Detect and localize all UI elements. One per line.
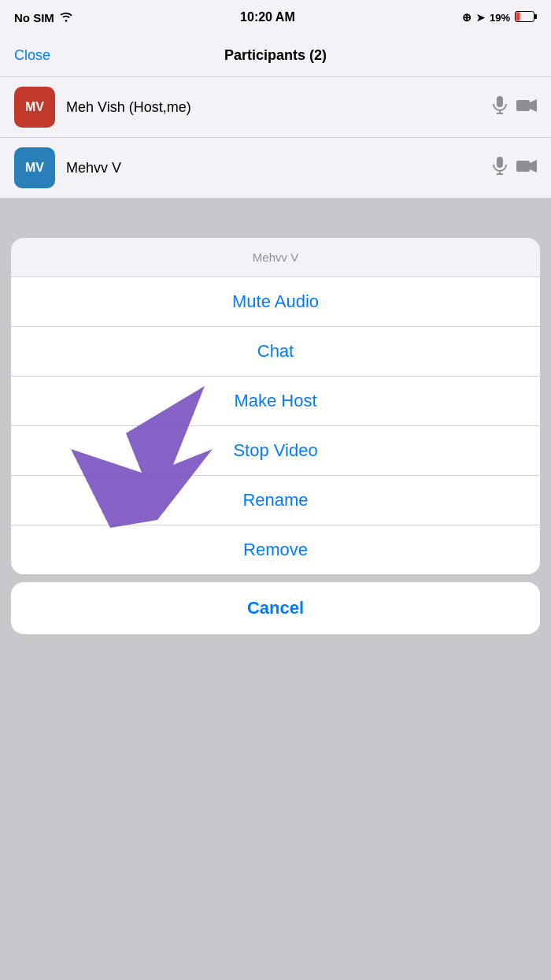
navigation-icon: ➤ <box>476 12 485 24</box>
location-icon: ⊕ <box>462 11 471 24</box>
battery-icon <box>515 11 537 24</box>
mic-icon-1 <box>493 96 507 119</box>
action-sheet-container: Mehvv V Mute Audio Chat Make Host Stop V… <box>0 238 551 645</box>
svg-marker-7 <box>530 99 537 112</box>
svg-marker-12 <box>530 160 537 173</box>
svg-rect-11 <box>516 161 530 172</box>
battery-percentage: 19% <box>490 12 510 24</box>
nav-bar: Close Participants (2) <box>0 35 551 77</box>
cancel-sheet: Cancel <box>11 582 540 634</box>
avatar-mehvv: MV <box>14 147 55 188</box>
time-display: 10:20 AM <box>240 10 295 24</box>
svg-rect-6 <box>516 100 530 111</box>
participant-icons-2 <box>493 157 537 180</box>
participant-icons-1 <box>493 96 537 119</box>
participant-row-2: MV Mehvv V <box>0 138 551 199</box>
svg-rect-1 <box>534 14 537 19</box>
stop-video-button[interactable]: Stop Video <box>11 426 540 476</box>
gray-spacer <box>0 199 551 238</box>
status-left: No SIM <box>14 11 73 24</box>
svg-rect-2 <box>516 12 520 20</box>
remove-button[interactable]: Remove <box>11 525 540 574</box>
participant-name-1: Meh Vish (Host,me) <box>66 99 482 116</box>
close-button[interactable]: Close <box>14 47 50 64</box>
participants-area: MV Meh Vish (Host,me) MV Mehvv V <box>0 77 551 199</box>
rename-button[interactable]: Rename <box>11 476 540 525</box>
svg-rect-3 <box>497 96 503 107</box>
avatar-meh-vish: MV <box>14 87 55 128</box>
cam-icon-1 <box>516 98 537 117</box>
page-title: Participants (2) <box>224 47 327 64</box>
mute-audio-button[interactable]: Mute Audio <box>11 277 540 327</box>
status-bar: No SIM 10:20 AM ⊕ ➤ 19% <box>0 0 551 35</box>
action-sheet-title: Mehvv V <box>11 238 540 277</box>
status-right: ⊕ ➤ 19% <box>462 11 537 24</box>
carrier-label: No SIM <box>14 11 54 24</box>
participant-row-1: MV Meh Vish (Host,me) <box>0 77 551 138</box>
cam-icon-2 <box>516 159 537 177</box>
wifi-icon <box>59 11 73 24</box>
chat-button[interactable]: Chat <box>11 327 540 377</box>
svg-rect-8 <box>497 157 503 168</box>
cancel-button[interactable]: Cancel <box>11 582 540 634</box>
mic-icon-2 <box>493 157 507 180</box>
make-host-button[interactable]: Make Host <box>11 377 540 426</box>
participant-name-2: Mehvv V <box>66 160 482 176</box>
action-sheet: Mehvv V Mute Audio Chat Make Host Stop V… <box>11 238 540 574</box>
